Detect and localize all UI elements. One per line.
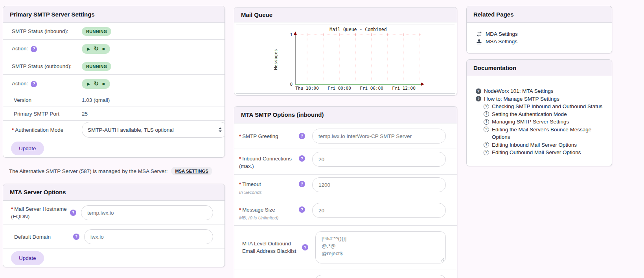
required-asterisk: *	[12, 127, 14, 133]
panel-title: Related Pages	[467, 6, 612, 23]
help-icon[interactable]: ?	[31, 46, 37, 52]
field-label: MTA Level Outbound Email Address Blackli…	[239, 240, 302, 255]
help-icon[interactable]: ?	[299, 181, 305, 187]
mail-queue-panel: Mail Queue Mail Queue - Combined	[234, 7, 457, 96]
port-value: 25	[82, 111, 88, 117]
help-icon[interactable]: ?	[31, 81, 37, 87]
field-label: Mail Server Hostname (FQDN)	[11, 206, 67, 219]
required-asterisk: *	[239, 181, 241, 187]
question-outline-icon: ?	[484, 111, 489, 117]
chart-gridlines	[295, 35, 421, 84]
doc-link-label[interactable]: Editing the Mail Server's Bounce Message…	[492, 126, 605, 141]
timeout-row: *Timeout In Seconds ?	[234, 174, 457, 200]
middle-column: Mail Queue Mail Queue - Combined	[234, 7, 457, 278]
inbound-blacklist-row: MTA Level Inbound Email Address Blacklis…	[234, 269, 457, 278]
update-button[interactable]: Update	[11, 142, 44, 155]
doc-link[interactable]: ? How to: Manage SMTP Settings	[476, 95, 605, 103]
field-label: Default Domain	[11, 233, 73, 241]
mail-server-hostname-input[interactable]	[81, 205, 213, 220]
doc-link[interactable]: ? NodeWorx 101: MTA Settings	[476, 87, 605, 95]
required-asterisk: *	[239, 207, 241, 213]
required-asterisk: *	[239, 133, 241, 139]
x-tick-label: Fri 06:00	[360, 86, 383, 91]
question-outline-icon: ?	[484, 127, 489, 132]
panel-footer: Update	[3, 139, 224, 157]
service-action-buttons[interactable]: ▶ ↻ ■	[82, 44, 110, 54]
question-outline-icon: ?	[484, 104, 489, 109]
authentication-mode-select[interactable]: SMTP-AUTH available, TLS optional	[82, 122, 225, 138]
help-icon[interactable]: ?	[299, 133, 305, 139]
related-page-link-mda[interactable]: MDA Settings	[476, 31, 603, 37]
help-icon[interactable]: ?	[70, 210, 76, 216]
doc-link-label[interactable]: Editing Inbound Mail Server Options	[492, 141, 577, 149]
question-filled-icon: ?	[476, 96, 481, 101]
help-icon[interactable]: ?	[299, 206, 305, 213]
doc-link-label[interactable]: How to: Manage SMTP Settings	[484, 95, 559, 103]
play-icon[interactable]: ▶	[87, 47, 90, 51]
field-label: SMTP Status (outbound):	[12, 63, 82, 69]
help-icon[interactable]: ?	[73, 234, 79, 240]
inbound-connections-row: *Inbound Connections (max.) ?	[234, 149, 457, 174]
smtp-greeting-input[interactable]	[312, 129, 446, 144]
field-label: Inbound Connections (max.)	[239, 156, 292, 169]
inbound-connections-input[interactable]	[312, 152, 446, 167]
y-axis-label: Messages	[273, 49, 278, 70]
y-tick-1: 1	[290, 32, 293, 37]
field-label: Version	[12, 97, 82, 103]
question-filled-icon: ?	[476, 88, 481, 94]
related-page-link-msa[interactable]: MSA Settings	[476, 39, 603, 44]
update-button[interactable]: Update	[11, 251, 44, 265]
doc-link[interactable]: ? Setting the Authentication Mode	[484, 110, 605, 118]
doc-link[interactable]: ? Editing the Mail Server's Bounce Messa…	[484, 126, 605, 141]
stop-icon[interactable]: ■	[102, 82, 105, 86]
documentation-panel: Documentation ? NodeWorx 101: MTA Settin…	[466, 59, 612, 166]
outbound-blacklist-textarea[interactable]: [!%#:*^(){}] @.*@ @reject$	[315, 231, 446, 263]
action-inbound-row: Action: ? ▶ ↻ ■	[3, 39, 224, 58]
status-badge: RUNNING	[82, 62, 111, 71]
doc-link-label[interactable]: Managing SMTP Server Settings	[492, 118, 569, 126]
timeout-input[interactable]	[312, 177, 446, 192]
question-outline-icon: ?	[484, 119, 489, 125]
default-domain-input[interactable]	[84, 229, 213, 244]
doc-link[interactable]: ? Managing SMTP Server Settings	[484, 118, 605, 126]
x-axis-arrow	[421, 83, 424, 86]
doc-link-label[interactable]: Editing Outbound Mail Server Options	[492, 149, 581, 156]
doc-link-label[interactable]: NodeWorx 101: MTA Settings	[484, 87, 554, 95]
doc-link[interactable]: ? Editing Outbound Mail Server Options	[484, 149, 605, 156]
panel-title: Mail Queue	[234, 7, 457, 22]
related-page-label[interactable]: MDA Settings	[486, 31, 518, 37]
right-column: Related Pages MDA Settings	[466, 6, 612, 166]
chart-title: Mail Queue - Combined	[329, 27, 386, 32]
version-row: Version 1.03 (qmail)	[3, 93, 224, 107]
message-size-input[interactable]	[312, 203, 446, 218]
primary-smtp-settings-panel: Primary SMTP Server Settings SMTP Status…	[3, 6, 225, 158]
field-label: Action:	[12, 46, 28, 52]
action-outbound-row: Action: ? ▶ ↻ ■	[3, 74, 224, 93]
required-asterisk: *	[239, 156, 241, 162]
doc-link-label[interactable]: Checking SMTP Inbound and Outbound Statu…	[492, 103, 602, 110]
field-label: Action:	[12, 81, 28, 87]
panel-title: MTA SMTP Options (inbound)	[234, 107, 457, 123]
smtp-greeting-row: *SMTP Greeting ?	[234, 123, 457, 149]
doc-link-label[interactable]: Setting the Authentication Mode	[492, 110, 567, 118]
restart-icon[interactable]: ↻	[94, 46, 99, 52]
field-label: Timeout	[242, 181, 261, 187]
selected-option: SMTP-AUTH available, TLS optional	[88, 127, 218, 133]
doc-link[interactable]: ? Editing Inbound Mail Server Options	[484, 141, 605, 149]
stamp-icon	[476, 39, 482, 44]
restart-icon[interactable]: ↻	[94, 81, 99, 87]
mta-smtp-options-panel: MTA SMTP Options (inbound) *SMTP Greetin…	[234, 106, 457, 278]
doc-link[interactable]: ? Checking SMTP Inbound and Outbound Sta…	[484, 103, 605, 110]
service-action-buttons[interactable]: ▶ ↻ ■	[82, 79, 110, 89]
required-asterisk: *	[11, 206, 13, 212]
help-icon[interactable]: ?	[302, 244, 308, 250]
related-page-label[interactable]: MSA Settings	[486, 39, 517, 44]
default-domain-row: Default Domain ?	[3, 225, 224, 249]
help-icon[interactable]: ?	[299, 155, 305, 162]
version-value: 1.03 (qmail)	[82, 97, 110, 103]
stop-icon[interactable]: ■	[102, 47, 105, 51]
msa-settings-link[interactable]: MSA SETTINGS	[171, 167, 212, 175]
inbound-blacklist-textarea[interactable]: .*\ @.* !.*@.*\..* .*%.*	[315, 275, 446, 278]
mail-queue-chart: Mail Queue - Combined	[236, 24, 455, 94]
play-icon[interactable]: ▶	[87, 82, 90, 86]
